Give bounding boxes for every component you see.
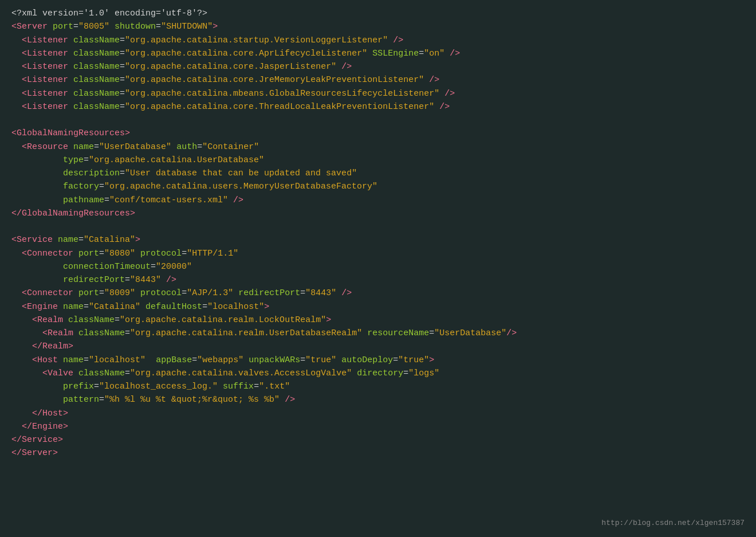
code-line: </Service> <box>11 433 745 446</box>
code-line: <Listener className="org.apache.catalina… <box>11 73 745 87</box>
code-line: <Listener className="org.apache.catalina… <box>11 100 745 113</box>
code-line: </Engine> <box>11 420 745 433</box>
code-line: <Host name="localhost" appBase="webapps"… <box>11 354 745 367</box>
code-line: pathname="conf/tomcat-users.xml" /> <box>11 194 745 207</box>
code-line: <Valve className="org.apache.catalina.va… <box>11 367 745 380</box>
code-line: prefix="localhost_access_log." suffix=".… <box>11 380 745 393</box>
code-line: <?xml version='1.0' encoding='utf-8'?> <box>11 7 745 20</box>
code-line: redirectPort="8443" /> <box>11 273 745 287</box>
code-line: <Listener className="org.apache.catalina… <box>11 47 745 60</box>
code-line: <Engine name="Catalina" defaultHost="loc… <box>11 300 745 313</box>
code-editor: <?xml version='1.0' encoding='utf-8'?><S… <box>11 7 745 460</box>
code-line: <Resource name="UserDatabase" auth="Cont… <box>11 140 745 154</box>
code-line: description="User database that can be u… <box>11 167 745 180</box>
code-line: </Server> <box>11 446 745 460</box>
code-line <box>11 220 745 233</box>
code-line: </Realm> <box>11 340 745 353</box>
code-line: <Listener className="org.apache.catalina… <box>11 34 745 47</box>
code-line: pattern="%h %l %u %t &quot;%r&quot; %s %… <box>11 393 745 406</box>
code-line: <Realm className="org.apache.catalina.re… <box>11 327 745 340</box>
code-line: <Server port="8005" shutdown="SHUTDOWN"> <box>11 20 745 33</box>
code-line: </GlobalNamingResources> <box>11 207 745 220</box>
code-line: type="org.apache.catalina.UserDatabase" <box>11 154 745 167</box>
code-line: <Listener className="org.apache.catalina… <box>11 87 745 100</box>
code-line: <Service name="Catalina"> <box>11 233 745 246</box>
watermark-text: http://blog.csdn.net/xlgen157387 <box>601 518 745 529</box>
code-line: <Listener className="org.apache.catalina… <box>11 60 745 73</box>
code-line: <Connector port="8009" protocol="AJP/1.3… <box>11 287 745 300</box>
code-line: </Host> <box>11 407 745 420</box>
code-line: <Connector port="8080" protocol="HTTP/1.… <box>11 247 745 260</box>
code-line: factory="org.apache.catalina.users.Memor… <box>11 180 745 193</box>
code-line <box>11 113 745 127</box>
code-line: <GlobalNamingResources> <box>11 127 745 140</box>
code-line: <Realm className="org.apache.catalina.re… <box>11 313 745 327</box>
code-line: connectionTimeout="20000" <box>11 260 745 273</box>
